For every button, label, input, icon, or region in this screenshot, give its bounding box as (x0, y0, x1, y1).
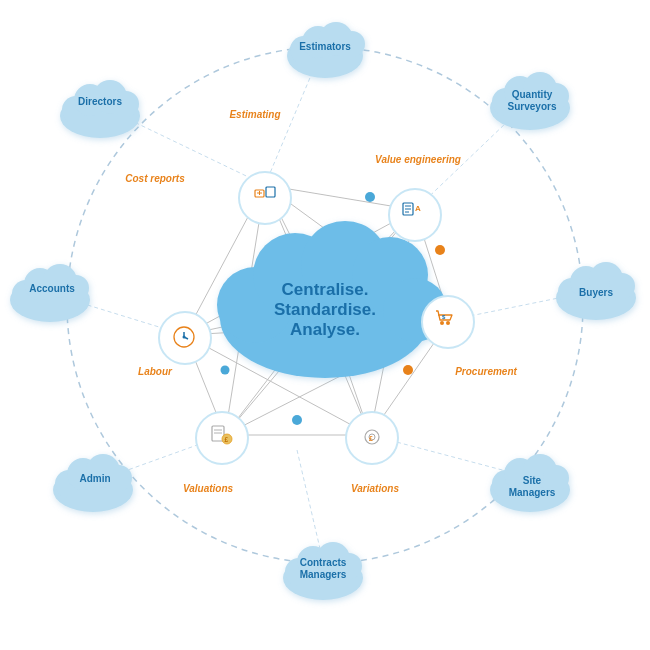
label-estimators: Estimators (299, 41, 351, 52)
svg-point-67 (53, 468, 133, 512)
svg-point-49 (504, 76, 536, 108)
svg-point-64 (297, 546, 329, 578)
svg-line-13 (265, 185, 370, 435)
inner-circle-variations (346, 412, 398, 464)
center-text-line1: Centralise. (282, 280, 369, 299)
svg-point-31 (383, 276, 392, 285)
svg-point-74 (24, 268, 56, 300)
svg-point-29 (290, 240, 300, 250)
svg-point-78 (62, 96, 90, 124)
cloud-contracts-managers[interactable] (283, 542, 363, 600)
svg-point-105 (174, 327, 194, 347)
svg-text:£: £ (225, 436, 229, 443)
svg-line-22 (415, 100, 530, 210)
svg-point-65 (316, 542, 350, 576)
svg-point-37 (217, 267, 293, 343)
svg-text:Managers: Managers (300, 569, 347, 580)
svg-point-70 (86, 454, 120, 488)
svg-point-33 (292, 415, 302, 425)
svg-point-56 (609, 273, 635, 299)
inner-circle-value-eng (389, 189, 441, 241)
svg-point-30 (365, 192, 375, 202)
icon-value-eng: A (403, 203, 421, 215)
svg-line-8 (370, 320, 450, 435)
svg-line-23 (450, 290, 598, 320)
cloud-admin[interactable] (53, 454, 133, 512)
outer-dashed-circle (67, 47, 583, 563)
svg-point-54 (570, 266, 602, 298)
svg-point-55 (589, 262, 623, 296)
svg-text:A: A (415, 204, 421, 213)
svg-rect-85 (255, 190, 264, 197)
svg-line-6 (265, 185, 415, 210)
svg-point-62 (283, 556, 363, 600)
sublabel-labour: Labour (138, 366, 173, 377)
cloud-quantity-surveyors[interactable] (490, 72, 570, 130)
svg-point-69 (67, 458, 99, 490)
inner-circle-estimating (239, 172, 291, 224)
cloud-directors[interactable] (60, 80, 140, 138)
label-quantity-surveyors: Quantity (512, 89, 553, 100)
label-admin: Admin (79, 473, 110, 484)
svg-point-41 (383, 278, 447, 342)
svg-line-27 (55, 295, 185, 335)
svg-line-4 (225, 305, 325, 435)
svg-line-14 (225, 185, 265, 435)
svg-point-46 (339, 31, 365, 57)
svg-point-108 (183, 336, 186, 339)
svg-point-48 (492, 88, 520, 116)
sublabel-value-engineering: Value engineering (375, 154, 461, 165)
cloud-accounts[interactable] (10, 264, 90, 322)
svg-text:Managers: Managers (509, 487, 556, 498)
label-site-managers: Site (523, 475, 542, 486)
svg-point-43 (290, 36, 318, 64)
svg-point-73 (12, 280, 40, 308)
svg-line-5 (185, 305, 325, 335)
sublabel-estimating: Estimating (229, 109, 280, 120)
svg-line-17 (225, 210, 415, 435)
cloud-site-managers[interactable] (490, 454, 570, 512)
icon-estimating (255, 187, 275, 197)
center-text-line2: Standardise. (274, 300, 376, 319)
cloud-estimators[interactable] (287, 22, 365, 78)
svg-line-12 (265, 185, 450, 320)
svg-point-36 (220, 258, 430, 378)
svg-line-3 (325, 305, 370, 435)
svg-point-75 (43, 264, 77, 298)
svg-line-2 (325, 305, 450, 320)
svg-point-63 (285, 558, 313, 586)
svg-line-20 (185, 335, 370, 435)
svg-point-97 (365, 430, 379, 444)
svg-point-57 (490, 468, 570, 512)
svg-line-15 (185, 210, 415, 335)
svg-line-25 (297, 450, 325, 570)
svg-line-11 (185, 185, 265, 335)
svg-point-76 (63, 275, 89, 301)
svg-point-79 (74, 84, 106, 116)
svg-point-45 (319, 22, 353, 56)
sublabel-cost-reports: Cost reports (125, 173, 185, 184)
mesh-lines (55, 42, 598, 570)
svg-point-51 (543, 83, 569, 109)
svg-point-34 (221, 366, 230, 375)
svg-point-59 (504, 458, 536, 490)
center-text-line3: Analyse. (290, 320, 360, 339)
cloud-buyers[interactable] (556, 262, 636, 320)
svg-point-61 (543, 465, 569, 491)
label-accounts: Accounts (29, 283, 75, 294)
svg-point-103 (222, 434, 232, 444)
center-cloud (217, 221, 447, 378)
inner-circle-procurement (422, 296, 474, 348)
inner-circle-valuations (196, 412, 248, 464)
svg-rect-100 (212, 426, 224, 441)
svg-text:Surveyors: Surveyors (508, 101, 557, 112)
svg-point-38 (253, 233, 337, 317)
icon-procurement: $ (436, 311, 452, 325)
svg-point-72 (10, 278, 90, 322)
svg-point-95 (446, 321, 450, 325)
main-diagram: Estimators Quantity Surveyors Buyers Sit… (0, 0, 650, 650)
svg-point-44 (302, 26, 334, 58)
svg-point-94 (440, 321, 444, 325)
svg-point-47 (490, 86, 570, 130)
sublabel-variations: Variations (351, 483, 399, 494)
